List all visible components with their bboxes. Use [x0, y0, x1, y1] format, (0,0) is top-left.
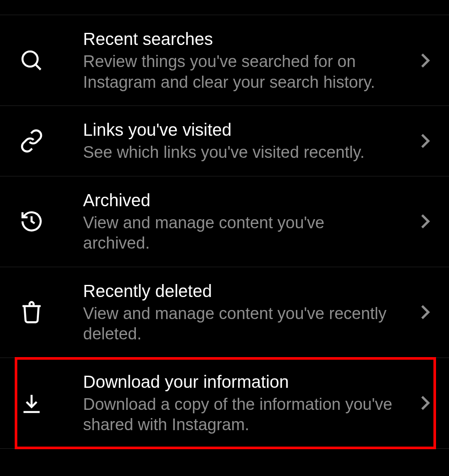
chevron-right-icon	[419, 214, 432, 229]
chevron-right-icon	[419, 304, 432, 320]
download-icon	[18, 390, 45, 416]
list-item-download-info[interactable]: Download your information Download a cop…	[0, 358, 449, 449]
list-item-archived[interactable]: Archived View and manage content you've …	[0, 176, 449, 267]
svg-point-0	[22, 51, 38, 67]
item-title: Links you've visited	[83, 119, 393, 141]
item-subtitle: View and manage content you've recently …	[83, 303, 393, 345]
item-subtitle: See which links you've visited recently.	[83, 142, 393, 163]
item-subtitle: Review things you've searched for on Ins…	[83, 51, 393, 93]
item-title: Recently deleted	[83, 280, 393, 302]
chevron-right-icon	[419, 395, 432, 411]
svg-line-1	[35, 64, 41, 70]
item-subtitle: Download a copy of the information you'v…	[83, 394, 393, 435]
item-subtitle: View and manage content you've archived.	[83, 213, 393, 254]
item-title: Recent searches	[83, 28, 393, 50]
search-icon	[18, 47, 45, 74]
text-block: Archived View and manage content you've …	[83, 189, 419, 254]
settings-list: Recent searches Review things you've sea…	[0, 0, 449, 449]
text-block: Recent searches Review things you've sea…	[83, 28, 419, 93]
trash-icon	[18, 299, 45, 326]
list-item-recent-searches[interactable]: Recent searches Review things you've sea…	[0, 15, 449, 105]
history-icon	[18, 208, 45, 235]
item-title: Archived	[83, 189, 393, 211]
chevron-right-icon	[419, 133, 432, 149]
list-item-recently-deleted[interactable]: Recently deleted View and manage content…	[0, 267, 449, 358]
text-block: Recently deleted View and manage content…	[83, 280, 419, 345]
chevron-right-icon	[419, 53, 432, 68]
text-block: Links you've visited See which links you…	[83, 119, 419, 163]
text-block: Download your information Download a cop…	[83, 371, 419, 435]
item-title: Download your information	[83, 371, 393, 393]
list-item-links-visited[interactable]: Links you've visited See which links you…	[0, 105, 449, 176]
link-icon	[18, 128, 45, 154]
